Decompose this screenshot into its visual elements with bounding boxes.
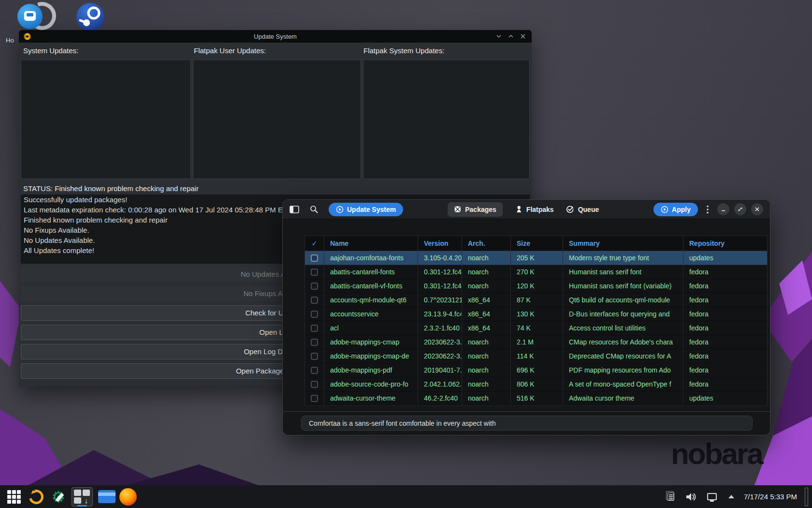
minimize-icon[interactable] [496, 33, 502, 39]
cell-arch: x86_64 [462, 307, 511, 321]
cell-version: 46.2-2.fc40 [418, 391, 462, 405]
clock[interactable]: 7/17/24 5:33 PM [744, 493, 797, 501]
cell-size: 270 K [511, 265, 563, 279]
driver-manager-button[interactable]: ⚙ [49, 488, 68, 506]
row-checkbox[interactable] [311, 269, 318, 276]
packages-label: Packages [465, 206, 496, 213]
clipboard-tray-button[interactable] [665, 488, 677, 506]
close-button[interactable] [751, 203, 763, 215]
cell-size: 114 K [511, 349, 563, 363]
cell-arch: noarch [462, 335, 511, 349]
cell-repository: fedora [683, 321, 767, 335]
cell-summary: Qt6 build of accounts-qml-module [563, 293, 683, 307]
restore-button[interactable] [734, 203, 746, 215]
system-tray: 7/17/24 5:33 PM [665, 488, 812, 506]
apply-button[interactable]: Apply [653, 203, 698, 216]
table-row[interactable]: acl 2.3.2-1.fc40 x86_64 74 K Access cont… [305, 321, 767, 335]
cell-repository: fedora [683, 363, 767, 377]
cell-arch: noarch [462, 349, 511, 363]
table-row[interactable]: adobe-mappings-pdf 20190401-7.9 noarch 6… [305, 363, 767, 377]
cell-summary: A set of mono-spaced OpenType f [563, 377, 683, 391]
sidebar-toggle-icon[interactable] [290, 206, 299, 213]
row-checkbox[interactable] [311, 381, 318, 388]
package-icon [454, 206, 461, 213]
cell-arch: x86_64 [462, 293, 511, 307]
cell-repository: fedora [683, 293, 767, 307]
check-circle-icon [566, 206, 574, 213]
tab-queue[interactable]: Queue [566, 202, 599, 217]
desktop-icon-label: Ho [6, 37, 14, 44]
close-icon[interactable] [520, 33, 526, 39]
cell-summary: Humanist sans serif font (variable) [563, 279, 683, 293]
table-row[interactable]: abattis-cantarell-vf-fonts 0.301-12.fc40… [305, 279, 767, 293]
cell-summary: Adwaita cursor theme [563, 391, 683, 405]
row-checkbox[interactable] [311, 254, 318, 262]
table-row[interactable]: adobe-source-code-pro-fo 2.042.1.062.1 n… [305, 377, 767, 391]
display-tray-button[interactable] [705, 488, 719, 506]
column-header-version[interactable]: Version [418, 236, 462, 251]
cell-repository: fedora [683, 265, 767, 279]
column-header-check[interactable]: ✓ [305, 236, 324, 251]
status-line: STATUS: Finished known problem checking … [23, 184, 199, 193]
row-checkbox[interactable] [311, 283, 318, 290]
steam-icon [76, 3, 104, 31]
tray-expander-button[interactable] [726, 488, 736, 506]
tab-flatpaks[interactable]: Flatpaks [515, 202, 554, 217]
column-header-arch[interactable]: Arch. [462, 236, 511, 251]
minimize-button[interactable] [717, 203, 729, 215]
table-row[interactable]: abattis-cantarell-fonts 0.301-12.fc40 no… [305, 265, 767, 279]
menu-kebab-icon[interactable] [707, 205, 709, 214]
row-checkbox[interactable] [311, 395, 318, 402]
table-row[interactable]: adwaita-cursor-theme 46.2-2.fc40 noarch … [305, 391, 767, 405]
column-header-repository[interactable]: Repository [683, 236, 767, 251]
table-row[interactable]: adobe-mappings-cmap-de 20230622-3.9 noar… [305, 349, 767, 363]
cell-size: 205 K [511, 251, 563, 265]
column-header-size[interactable]: Size [511, 236, 563, 251]
app-launcher-button[interactable] [5, 488, 23, 506]
tab-packages[interactable]: Packages [448, 202, 503, 217]
cell-name: accounts-qml-module-qt6 [324, 293, 418, 307]
app-grid-icon [7, 490, 21, 504]
package-manager-window: Update System Packages Flatpaks [282, 199, 770, 435]
search-icon[interactable] [310, 205, 318, 213]
nobara-watermark: nobara [671, 436, 762, 471]
file-manager-button[interactable] [98, 488, 116, 506]
cell-size: 2.1 M [511, 335, 563, 349]
row-checkbox[interactable] [311, 353, 318, 360]
cell-arch: x86_64 [462, 321, 511, 335]
cell-version: 23.13.9-4.fc40 [418, 307, 462, 321]
cell-summary: CMap resources for Adobe's chara [563, 335, 683, 349]
clipboard-icon [667, 493, 674, 501]
cell-repository: updates [683, 251, 767, 265]
titlebar[interactable]: Update System [19, 30, 532, 43]
cell-version: 0.7^20231212 [418, 293, 462, 307]
table-row[interactable]: accounts-qml-module-qt6 0.7^20231212 x86… [305, 293, 767, 307]
show-desktop-button[interactable] [805, 488, 808, 506]
cell-name: adobe-source-code-pro-fo [324, 377, 418, 391]
cell-size: 696 K [511, 363, 563, 377]
column-header-summary[interactable]: Summary [563, 236, 683, 251]
row-checkbox[interactable] [311, 297, 318, 304]
firefox-button[interactable] [119, 488, 137, 506]
headerbar[interactable]: Update System Packages Flatpaks [283, 200, 770, 219]
cell-repository: fedora [683, 279, 767, 293]
row-checkbox[interactable] [311, 325, 318, 332]
table-row[interactable]: adobe-mappings-cmap 20230622-3.9 noarch … [305, 335, 767, 349]
desktop-icon-steam[interactable] [0, 0, 111, 34]
volume-tray-button[interactable] [685, 488, 697, 506]
table-row[interactable]: aajohan-comfortaa-fonts 3.105-0.4.202 no… [305, 251, 767, 265]
firefox-icon [119, 488, 137, 506]
table-row[interactable]: accountsservice 23.13.9-4.fc40 x86_64 13… [305, 307, 767, 321]
sync-ring-icon [27, 487, 46, 507]
column-header-name[interactable]: Name [324, 236, 418, 251]
row-checkbox[interactable] [311, 367, 318, 374]
update-system-button[interactable]: Update System [329, 203, 403, 216]
pager-button[interactable]: ↓ [71, 488, 94, 506]
cell-repository: fedora [683, 377, 767, 391]
row-checkbox[interactable] [311, 311, 318, 318]
cell-arch: noarch [462, 363, 511, 377]
cell-version: 20230622-3.9 [418, 349, 462, 363]
nobara-sync-button[interactable] [27, 488, 45, 506]
maximize-icon[interactable] [508, 33, 514, 39]
row-checkbox[interactable] [311, 339, 318, 346]
